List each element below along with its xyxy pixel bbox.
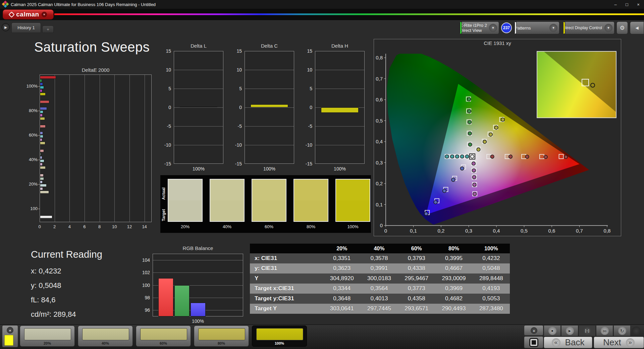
cie-y-tick: 0,2	[376, 181, 383, 186]
quick-color-swatch[interactable]	[4, 335, 13, 346]
cie-measured-circle-magenta	[472, 162, 475, 165]
transport-refresh-button[interactable]: ↻	[613, 325, 631, 336]
extra-round-button[interactable]	[632, 327, 641, 335]
deltae-gridline	[129, 75, 130, 222]
pattern-window-button[interactable]	[524, 336, 543, 348]
table-value: 0,4013	[361, 294, 398, 304]
rgb-y-tick: 100	[138, 283, 150, 288]
title-bar: Calman 2025 Calman Ultimate for Business…	[0, 0, 644, 9]
pattern-button-40%[interactable]: 40%	[78, 326, 133, 347]
calman-menu-button[interactable]: calman ▼	[3, 9, 54, 19]
close-button[interactable]: ×	[633, 0, 644, 9]
cie-x-tick: 0,4	[493, 228, 500, 234]
maximize-button[interactable]: □	[621, 0, 633, 9]
transport-stop-button[interactable]: ■	[544, 325, 561, 336]
table-value: 0,3623	[323, 263, 361, 273]
deltae-y-tick	[38, 111, 40, 111]
table-value: 0,4358	[398, 294, 435, 304]
display-control-dropdown[interactable]: Direct Display Control ▼	[563, 21, 614, 34]
page-title: Saturation Sweeps	[34, 40, 150, 55]
patterns-dropdown[interactable]: Patterns ▼	[514, 21, 559, 34]
deltae-bar-80%-4	[40, 114, 43, 117]
minimize-button[interactable]: –	[610, 0, 621, 9]
transport-play-button[interactable]: ▶	[561, 325, 578, 336]
cie-measured-circle-cyan	[455, 155, 459, 158]
table-row: Target y:CIE310,36480,40130,43580,46820,…	[250, 294, 510, 304]
back-button[interactable]: « Back	[544, 337, 592, 348]
swatch-label-40%: 40%	[223, 224, 231, 229]
add-layout-tab-button[interactable]: +	[42, 26, 54, 33]
deltae-bar-80%-5	[40, 117, 45, 120]
chevron-down-icon: ▼	[604, 24, 612, 32]
delta_c-y-tick: -15	[230, 161, 242, 166]
refresh-icon: ↻	[618, 327, 626, 335]
delta_h-y-tick: -15	[301, 161, 312, 166]
collapse-up-icon[interactable]: ▲	[7, 327, 13, 334]
cie-measured-circle-yellow	[489, 133, 492, 136]
measurement-table-header: 20%40%60%80%100%	[250, 244, 510, 253]
swatch-80%	[293, 179, 328, 222]
deltae-y-label: 100%	[26, 84, 38, 89]
table-col-20%: 20%	[323, 244, 361, 253]
meter-count-badge[interactable]: 237	[501, 22, 512, 33]
transport-pattern-window-button[interactable]: [··]	[579, 325, 596, 336]
pattern-button-80%[interactable]: 80%	[194, 326, 249, 347]
cie-x-tick: 0,7	[576, 228, 583, 234]
meter-dropdown[interactable]: X-Rite i1Pro 2Direct View ▼	[460, 21, 499, 34]
deltae-x-tick: 4	[68, 224, 71, 229]
cie-measured-circle-green	[467, 98, 471, 101]
deltae-bar-100%-5	[40, 93, 46, 96]
chevron-double-left-icon: «	[552, 338, 560, 347]
deltae-bar-60%-5	[40, 142, 45, 145]
table-corner-cell	[250, 244, 323, 253]
rainbow-strip	[54, 13, 644, 15]
next-button[interactable]: Next »	[594, 337, 644, 348]
pattern-swatch-100%	[256, 328, 303, 340]
delta_l-x-label: 100%	[193, 166, 205, 171]
pattern-swatch-40%	[82, 328, 129, 340]
pattern-button-60%[interactable]: 60%	[136, 326, 191, 347]
delta_l-y-tick: -5	[160, 123, 171, 129]
cie-measured-circle-cyan	[465, 155, 469, 158]
deltae-bar-100-0	[40, 215, 52, 218]
delta_c-y-tick: 15	[230, 48, 242, 54]
table-col-80%: 80%	[435, 244, 472, 253]
row-label: Y	[250, 273, 323, 284]
deltae-y-label: 60%	[26, 133, 38, 138]
delta_c-gridline	[245, 126, 294, 127]
delta_c-title: Delta C	[261, 43, 278, 49]
deltae-y-label: 20%	[26, 182, 38, 187]
table-col-100%: 100%	[473, 244, 510, 253]
cie-measured-circle-magenta	[473, 192, 476, 196]
deltae-y-tick	[38, 209, 40, 209]
settings-button[interactable]: ⚙	[616, 21, 628, 34]
table-value: 290,4493	[435, 304, 472, 314]
play-icon: ▶	[566, 327, 574, 335]
deltae-bar-100%-2	[40, 83, 43, 86]
transport-collapse-button[interactable]: ▲	[524, 325, 543, 336]
transport-infinity-button[interactable]: ∞	[596, 325, 613, 336]
deltae-plot	[40, 74, 152, 222]
table-value: 0,5053	[473, 294, 510, 304]
chevron-left-icon: ◀	[635, 26, 638, 30]
cie-y-tick: 0	[380, 222, 383, 228]
deltae-gridline	[114, 75, 115, 222]
cie-measured-circle-magenta	[472, 169, 476, 172]
collapse-toolbar-button[interactable]: ◀	[630, 21, 644, 34]
pattern-button-20%[interactable]: 20%	[20, 326, 75, 347]
delta_l-y-tick: -10	[160, 142, 171, 148]
table-value: 0,3991	[361, 263, 398, 273]
pattern-button-100%[interactable]: 100%	[252, 326, 307, 347]
cie-measured-circle-yellow	[494, 126, 498, 129]
rgb-y-tick: 102	[138, 270, 150, 275]
deltae-y-tick	[38, 160, 40, 160]
swatch-100%	[335, 179, 370, 222]
table-value: 303,0641	[323, 304, 361, 314]
display-control-accent-bar	[563, 22, 565, 34]
tab-history-1[interactable]: History 1	[11, 22, 41, 33]
cie-measured-circle-cyan	[450, 155, 454, 158]
layout-nav-button[interactable]: ▶	[2, 23, 10, 31]
row-label: x: CIE31	[250, 253, 323, 263]
deltae-x-tick: 6	[83, 224, 86, 229]
delta_l-bar	[180, 107, 217, 107]
